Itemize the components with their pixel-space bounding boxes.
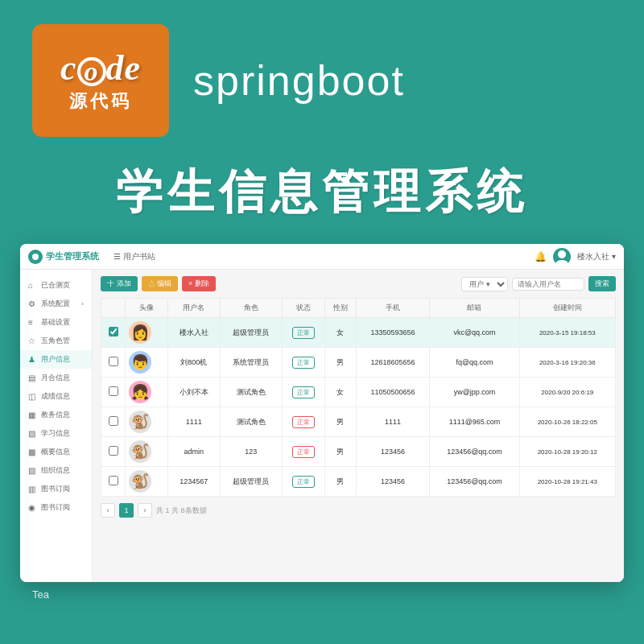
row-status: 正常 (282, 467, 324, 497)
bookshelf-icon: ▥ (28, 485, 38, 493)
credits-icon: ◉ (28, 503, 38, 512)
row-checkbox[interactable] (109, 446, 118, 456)
row-checkbox-cell (101, 407, 126, 437)
row-checkbox[interactable] (109, 386, 118, 396)
row-status: 正常 (282, 378, 324, 407)
user-avatar (553, 248, 571, 266)
table-row: 👩楼水入社超级管理员正常女13350593656vkc@qq.com2020-3… (101, 318, 616, 348)
sidebar-item-basic[interactable]: ≡ 基础设置 (20, 313, 92, 332)
sidebar-item-roles[interactable]: ☆ 五角色管 (20, 332, 92, 350)
col-username: 用户名 (168, 299, 220, 318)
main-title: 学生信息管理系统 (32, 161, 612, 224)
hamburger-icon: ☰ (114, 252, 121, 261)
logo-box: code 源代码 (32, 24, 169, 137)
page-1-button[interactable]: 1 (119, 503, 134, 518)
logo-sub-text: 源代码 (69, 89, 132, 114)
nav-item-label: 用户书站 (123, 251, 155, 262)
list-icon: ≡ (28, 318, 38, 327)
row-avatar-cell: 👦 (126, 348, 168, 378)
sidebar-item-education[interactable]: ▦ 教务信息 (20, 406, 92, 424)
search-button[interactable]: 搜索 (588, 276, 616, 291)
sidebar-item-org[interactable]: ▧ 组织信息 (20, 461, 92, 480)
main-content: 十 添加 △ 编辑 × 删除 用户 ▾ 搜索 头像 用户名 (93, 270, 624, 582)
row-checkbox[interactable] (109, 476, 118, 485)
next-page-button[interactable]: › (138, 503, 152, 518)
sidebar-item-monthly[interactable]: ▤ 月合信息 (20, 369, 92, 387)
row-role: 系统管理员 (220, 348, 282, 378)
sidebar-label-home: 已合测页 (41, 280, 70, 291)
sidebar-item-grades[interactable]: ◫ 成绩信息 (20, 387, 92, 406)
toolbar: 十 添加 △ 编辑 × 删除 用户 ▾ 搜索 (101, 276, 616, 291)
sidebar-label-users: 用户信息 (41, 354, 70, 365)
row-phone: 123456 (356, 467, 430, 497)
row-role: 超级管理员 (220, 467, 282, 497)
row-gender: 女 (324, 318, 356, 348)
row-avatar-cell: 👧 (126, 378, 168, 407)
row-phone: 1111 (356, 407, 430, 437)
toolbar-right: 用户 ▾ 搜索 (461, 276, 616, 291)
table-row: 🐒1234567超级管理员正常男123456123456@qq.com2020-… (101, 467, 616, 497)
table-header-row: 头像 用户名 角色 状态 性别 手机 邮箱 创建时间 (101, 299, 616, 318)
sidebar-item-overview[interactable]: ▩ 概要信息 (20, 443, 92, 461)
sidebar-item-settings[interactable]: ⚙ 系统配置 › (20, 295, 92, 313)
row-status: 正常 (282, 348, 324, 378)
table-row: 👦刘800机系统管理员正常男12618605656fq@qq.com2020-3… (101, 348, 616, 378)
row-avatar-cell: 🐒 (126, 467, 168, 497)
row-created-date: 2020-3-16 19:20:36 (519, 348, 615, 378)
row-email: 123456@qq.com (430, 437, 519, 467)
row-checkbox[interactable] (109, 357, 118, 366)
row-status: 正常 (282, 437, 324, 467)
user-icon: ♟ (28, 355, 38, 364)
sidebar: ⌂ 已合测页 ⚙ 系统配置 › ≡ 基础设置 ☆ 五角色管 ♟ 用户信息 ▤ (20, 270, 93, 582)
sidebar-item-home[interactable]: ⌂ 已合测页 (20, 276, 92, 295)
row-avatar-cell: 🐒 (126, 407, 168, 437)
col-checkbox (101, 299, 126, 318)
row-checkbox-cell (101, 378, 126, 407)
role-filter-select[interactable]: 用户 ▾ (461, 277, 508, 291)
table-row: 🐒admin123正常男123456123456@qq.com2020-10-2… (101, 437, 616, 467)
sidebar-item-books[interactable]: ▥ 图书订阅 (20, 480, 92, 498)
book-icon: ▨ (28, 429, 38, 438)
chevron-right-icon: › (81, 300, 84, 308)
sidebar-label-overview: 概要信息 (41, 447, 70, 457)
header-username[interactable]: 楼水入社 ▾ (577, 251, 616, 262)
row-email: yw@jpp.com (430, 378, 519, 407)
svg-point-1 (558, 250, 566, 258)
row-username: 小刘不本 (168, 378, 220, 407)
add-button[interactable]: 十 添加 (101, 276, 138, 291)
row-username: admin (168, 437, 220, 467)
row-gender: 男 (324, 467, 356, 497)
row-email: 123456@qq.com (430, 467, 519, 497)
table-row: 👧小刘不本测试角色正常女11050500656yw@jpp.com2020-9/… (101, 378, 616, 407)
table-row: 🐒1111测试角色正常男11111111@965.com2020-10-26 1… (101, 407, 616, 437)
app-body: ⌂ 已合测页 ⚙ 系统配置 › ≡ 基础设置 ☆ 五角色管 ♟ 用户信息 ▤ (20, 270, 624, 582)
sidebar-label-grades: 成绩信息 (41, 391, 70, 402)
row-phone: 123456 (356, 437, 430, 467)
row-checkbox[interactable] (109, 416, 118, 426)
bell-icon[interactable]: 🔔 (535, 251, 547, 262)
sidebar-item-study[interactable]: ▨ 学习信息 (20, 424, 92, 443)
pagination: ‹ 1 › 共 1 共 8条数据 (101, 503, 616, 518)
row-status: 正常 (282, 407, 324, 437)
row-phone: 11050500656 (356, 378, 430, 407)
app-header-right: 🔔 楼水入社 ▾ (535, 248, 616, 266)
row-username: 1234567 (168, 467, 220, 497)
sidebar-label-education: 教务信息 (41, 410, 70, 420)
col-email: 邮箱 (430, 299, 519, 318)
prev-page-button[interactable]: ‹ (101, 503, 115, 518)
home-icon: ⌂ (28, 281, 38, 290)
row-checkbox-cell (101, 467, 126, 497)
row-gender: 男 (324, 348, 356, 378)
sidebar-item-users[interactable]: ♟ 用户信息 (20, 350, 92, 369)
row-created-date: 2020-10-26 18:22:05 (519, 407, 615, 437)
edit-button[interactable]: △ 编辑 (142, 276, 179, 291)
delete-button[interactable]: × 删除 (182, 276, 216, 291)
overview-icon: ▩ (28, 448, 38, 456)
row-created-date: 2020-10-28 19:21:43 (519, 467, 615, 497)
star-icon: ☆ (28, 336, 38, 345)
search-input[interactable] (512, 278, 584, 291)
col-created: 创建时间 (519, 299, 615, 318)
sidebar-item-credits[interactable]: ◉ 图书订阅 (20, 498, 92, 517)
row-checkbox[interactable] (109, 327, 118, 336)
top-section: code 源代码 springboot (0, 0, 644, 153)
